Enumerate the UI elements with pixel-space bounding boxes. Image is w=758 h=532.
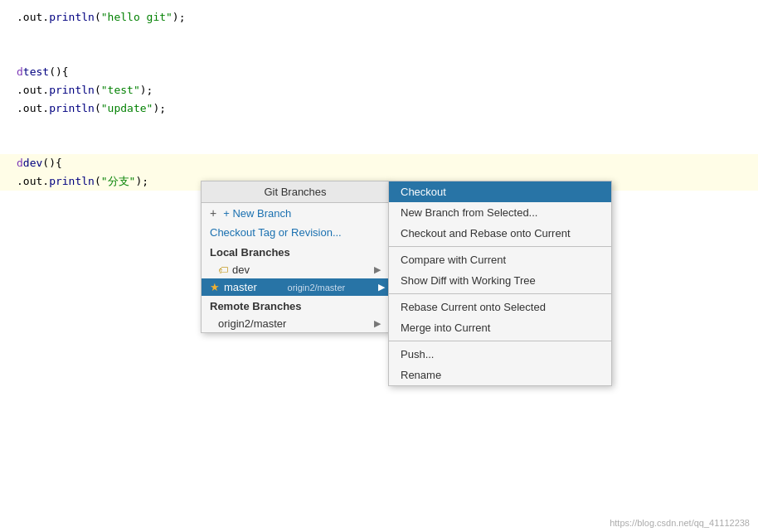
code-line-9: d dev(){ xyxy=(17,154,741,172)
checkout-tag-label: Checkout Tag or Revision... xyxy=(210,226,342,239)
submenu-show-diff[interactable]: Show Diff with Working Tree xyxy=(389,270,611,291)
submenu-checkout-label: Checkout xyxy=(401,186,446,198)
branch-item-master[interactable]: ★ master origin2/master ▶ xyxy=(202,278,389,296)
new-branch-label: + New Branch xyxy=(223,207,291,220)
branch-item-origin2-master[interactable]: origin2/master ▶ xyxy=(202,315,389,332)
submenu-push[interactable]: Push... xyxy=(389,344,611,365)
code-line-blank1 xyxy=(17,27,741,45)
branch-origin-master: origin2/master xyxy=(288,283,346,293)
submenu-new-branch-from-selected[interactable]: New Branch from Selected... xyxy=(389,202,611,223)
submenu-checkout[interactable]: Checkout xyxy=(389,181,611,202)
submenu-rebase-current[interactable]: Rebase Current onto Selected xyxy=(389,297,611,317)
submenu-checkout-rebase[interactable]: Checkout and Rebase onto Current xyxy=(389,223,611,244)
branch-name-dev: dev xyxy=(232,264,250,276)
code-line-blank2 xyxy=(17,45,741,63)
submenu-push-label: Push... xyxy=(401,348,434,360)
checkout-tag-button[interactable]: Checkout Tag or Revision... xyxy=(202,223,389,242)
submenu-checkout-rebase-label: Checkout and Rebase onto Current xyxy=(401,227,571,239)
submenu-divider-2 xyxy=(389,293,611,294)
remote-branches-header: Remote Branches xyxy=(202,296,389,315)
submenu-merge-label: Merge into Current xyxy=(401,322,490,334)
star-icon: ★ xyxy=(210,281,220,293)
code-line-blank4 xyxy=(17,136,741,154)
branch-arrow-dev: ▶ xyxy=(374,264,381,275)
code-line-6: .out.println("update"); xyxy=(17,99,741,118)
branch-submenu: Checkout New Branch from Selected... Che… xyxy=(388,181,612,386)
code-line-blank3 xyxy=(17,118,741,136)
git-branches-popup: Git Branches + + New Branch Checkout Tag… xyxy=(201,181,390,333)
new-branch-button[interactable]: + + New Branch xyxy=(202,203,389,223)
submenu-divider-1 xyxy=(389,246,611,247)
submenu-rename-label: Rename xyxy=(401,369,441,381)
local-branches-header: Local Branches xyxy=(202,242,389,261)
submenu-rename[interactable]: Rename xyxy=(389,365,611,385)
submenu-divider-3 xyxy=(389,341,611,341)
branch-arrow-master: ▶ xyxy=(378,282,385,293)
tag-icon: 🏷 xyxy=(218,264,228,276)
remote-branch-arrow: ▶ xyxy=(374,318,381,329)
plus-icon: + xyxy=(210,206,216,220)
code-line-4: d test(){ xyxy=(17,63,741,81)
git-branches-header: Git Branches xyxy=(202,181,389,203)
branch-name-master: master xyxy=(224,281,257,293)
code-line-1: .out.println("hello git"); xyxy=(17,8,741,27)
submenu-compare-current[interactable]: Compare with Current xyxy=(389,249,611,270)
branch-item-dev[interactable]: 🏷 dev ▶ xyxy=(202,261,389,278)
submenu-new-branch-label: New Branch from Selected... xyxy=(401,206,537,219)
submenu-show-diff-label: Show Diff with Working Tree xyxy=(401,274,536,287)
watermark: https://blog.csdn.net/qq_41112238 xyxy=(610,518,750,528)
remote-branch-name: origin2/master xyxy=(218,317,286,330)
submenu-rebase-label: Rebase Current onto Selected xyxy=(401,301,546,313)
code-line-5: .out.println("test"); xyxy=(17,81,741,99)
submenu-merge-current[interactable]: Merge into Current xyxy=(389,317,611,338)
submenu-compare-label: Compare with Current xyxy=(401,254,506,266)
